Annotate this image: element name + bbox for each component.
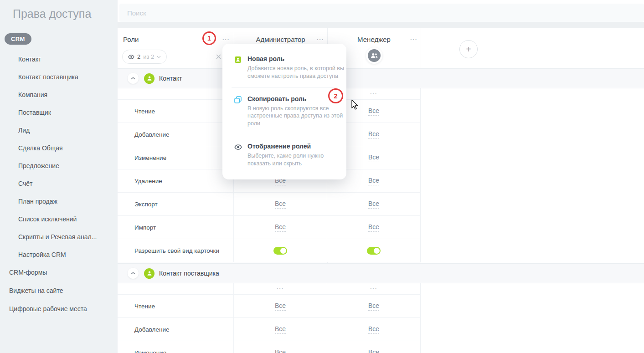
menu-item-description: Добавится новая роль, в которой вы сможе… — [247, 65, 345, 80]
section-header-supplier-contact: Контакт поставщика — [118, 263, 644, 283]
sidebar-item-lead[interactable]: Лид — [0, 121, 118, 139]
table-row: Импорт Все Все — [118, 216, 421, 239]
column-actions-row: ··· ··· — [118, 283, 421, 295]
table-row: Чтение Все Все — [118, 295, 421, 318]
manager-column-dots[interactable]: ··· — [370, 91, 377, 97]
permission-label: Чтение — [118, 295, 234, 317]
manager-permission-value[interactable]: Все — [368, 348, 379, 353]
sidebar-item-site-widgets[interactable]: Виджеты на сайте — [0, 281, 118, 300]
permission-label: Чтение — [118, 100, 234, 123]
menu-item-title: Отображение ролей — [247, 143, 345, 150]
filter-count: 2 — [137, 53, 140, 60]
page-title: Права доступа — [13, 7, 91, 20]
search-bar — [119, 4, 644, 22]
users-icon — [368, 49, 381, 62]
table-row: Изменение Все Все — [118, 341, 421, 353]
role-column-manager: Менеджер — [327, 36, 421, 43]
permission-label: Экспорт — [118, 193, 234, 215]
sidebar: Права доступа CRM Контакт Контакт постав… — [0, 0, 118, 353]
manager-permission-value[interactable]: Все — [368, 302, 379, 311]
menu-item-description: Выберите, какие роли нужно показать или … — [247, 152, 345, 168]
sidebar-item-deal[interactable]: Сделка Общая — [0, 139, 118, 157]
sidebar-item-crm-settings[interactable]: Настройка CRM — [0, 246, 118, 263]
header-divider — [118, 22, 644, 28]
administrator-menu-button[interactable]: ··· — [317, 36, 324, 42]
manager-permission-value[interactable]: Все — [368, 177, 379, 185]
eye-icon — [128, 55, 134, 59]
table-row: Добавление Все Все — [118, 318, 421, 341]
chevron-down-icon — [157, 56, 161, 58]
plus-icon: + — [466, 45, 471, 54]
menu-divider — [232, 135, 337, 135]
manager-users-avatar[interactable] — [366, 47, 382, 64]
table-row: Разрешить свой вид карточки — [118, 239, 421, 262]
supplier-contact-permission-rows: ··· ··· Чтение Все Все Добавление Все Вс… — [118, 283, 421, 353]
manager-permission-value[interactable]: Все — [368, 153, 379, 162]
manager-permission-value[interactable]: Все — [368, 325, 379, 334]
section-title: Контакт — [159, 75, 182, 82]
admin-permission-value[interactable]: Все — [275, 302, 286, 311]
sidebar-item-company[interactable]: Компания — [0, 86, 118, 103]
tutorial-step-1-badge: 1 — [202, 31, 216, 45]
admin-permission-value[interactable]: Все — [275, 348, 286, 353]
contact-icon — [144, 268, 155, 279]
permission-label: Добавление — [118, 318, 234, 341]
manager-permission-value[interactable]: Все — [368, 130, 379, 139]
collapse-section-button[interactable] — [128, 73, 139, 84]
sidebar-section-crm[interactable]: CRM — [5, 33, 31, 45]
permission-label: Изменение — [118, 146, 234, 169]
sidebar-item-crm-forms[interactable]: CRM-формы — [0, 263, 118, 281]
role-column-administrator: Администратор — [234, 36, 327, 43]
main-content: Роли ··· 2 из 2 Администратор ··· Менедж… — [118, 0, 644, 353]
permission-label: Импорт — [118, 216, 234, 239]
add-role-button[interactable]: + — [459, 40, 478, 58]
menu-item-show-roles[interactable]: Отображение ролей Выберите, какие роли н… — [222, 138, 346, 172]
show-roles-eye-icon — [234, 143, 242, 168]
menu-divider — [232, 87, 337, 88]
sidebar-menu: Контакт Контакт поставщика Компания Пост… — [0, 50, 118, 318]
manager-permission-value[interactable]: Все — [368, 107, 379, 116]
sidebar-item-digital-workplaces[interactable]: Цифровые рабочие места — [0, 300, 118, 318]
roles-menu-button[interactable]: ··· — [222, 36, 230, 42]
admin-permission-value[interactable]: Все — [275, 325, 286, 334]
manager-menu-button[interactable]: ··· — [410, 36, 417, 42]
sidebar-item-quote[interactable]: Предложение — [0, 157, 118, 174]
manager-permission-value[interactable]: Все — [368, 223, 379, 232]
section-header-contact: Контакт — [118, 68, 644, 88]
sidebar-item-sales-plan[interactable]: План продаж — [0, 192, 118, 210]
sidebar-item-scripts[interactable]: Скрипты и Речевая анал... — [0, 228, 118, 246]
manager-column-dots[interactable]: ··· — [370, 286, 377, 292]
admin-card-view-toggle[interactable] — [273, 247, 287, 255]
tutorial-step-2-badge: 2 — [328, 88, 343, 103]
roles-column-header: Роли — [123, 36, 139, 43]
copy-role-icon — [234, 95, 242, 128]
permission-label: Разрешить свой вид карточки — [118, 239, 234, 262]
menu-item-description: В новую роль скопируются все настроенные… — [247, 105, 345, 128]
manager-card-view-toggle[interactable] — [367, 247, 381, 255]
admin-permission-value[interactable]: Все — [275, 223, 286, 232]
table-row: Экспорт Все Все — [118, 193, 421, 216]
collapse-section-button[interactable] — [128, 268, 139, 279]
clear-filter-icon[interactable] — [216, 53, 222, 61]
admin-permission-value[interactable]: Все — [275, 200, 286, 209]
sidebar-item-invoice[interactable]: Счёт — [0, 174, 118, 192]
filter-of-total: из 2 — [143, 53, 154, 60]
section-title: Контакт поставщика — [159, 270, 219, 277]
menu-item-new-role[interactable]: Новая роль Добавится новая роль, в котор… — [222, 51, 346, 84]
contact-icon — [144, 73, 155, 84]
permission-label: Добавление — [118, 123, 234, 146]
roles-filter-chip[interactable]: 2 из 2 — [122, 50, 167, 64]
roles-dropdown-menu: Новая роль Добавится новая роль, в котор… — [222, 44, 346, 179]
permission-label: Изменение — [118, 341, 234, 353]
permission-label: Удаление — [118, 169, 234, 192]
sidebar-item-exceptions[interactable]: Список исключений — [0, 210, 118, 228]
manager-permission-value[interactable]: Все — [368, 200, 379, 209]
sidebar-item-supplier[interactable]: Поставщик — [0, 103, 118, 121]
sidebar-item-contact[interactable]: Контакт — [0, 50, 118, 68]
new-role-icon — [234, 55, 242, 80]
admin-column-dots[interactable]: ··· — [277, 286, 284, 292]
menu-item-title: Новая роль — [247, 55, 345, 62]
sidebar-item-supplier-contact[interactable]: Контакт поставщика — [0, 68, 118, 86]
search-input[interactable] — [119, 4, 644, 22]
